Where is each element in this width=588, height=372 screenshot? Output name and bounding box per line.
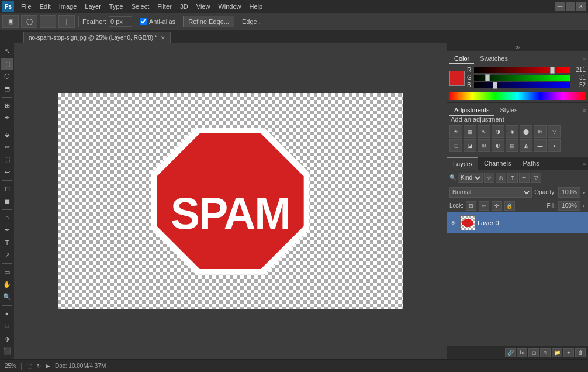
blend-mode-select[interactable]: Normal bbox=[449, 187, 532, 198]
pen-tool[interactable]: ✒ bbox=[1, 225, 13, 236]
marquee-rect-btn[interactable]: ▣ bbox=[2, 15, 19, 28]
menu-filter[interactable]: Filter bbox=[154, 2, 175, 11]
swatches-tab[interactable]: Swatches bbox=[475, 54, 513, 64]
anti-alias-checkbox[interactable] bbox=[140, 18, 147, 25]
opacity-expand[interactable]: ▸ bbox=[583, 190, 586, 195]
clone-tool[interactable]: ⬚ bbox=[1, 154, 13, 165]
adj-panel-menu[interactable]: ≡ bbox=[583, 108, 586, 113]
photo-filter-adj[interactable]: ◻ bbox=[449, 139, 462, 152]
layer-filter-1[interactable]: ☆ bbox=[484, 173, 494, 183]
layers-tab[interactable]: Layers bbox=[447, 157, 478, 170]
color-panel-menu[interactable]: ≡ bbox=[583, 56, 586, 62]
foreground-swatch[interactable] bbox=[449, 71, 465, 86]
menu-layer[interactable]: Layer bbox=[81, 2, 105, 11]
path-select-tool[interactable]: ↗ bbox=[1, 250, 13, 261]
selective-color-adj[interactable]: ⬧ bbox=[548, 139, 561, 152]
gradient-map-adj[interactable]: ▬ bbox=[534, 139, 547, 152]
adjustment-layer-btn[interactable]: ⊕ bbox=[540, 348, 551, 357]
curves-adj[interactable]: ∿ bbox=[478, 125, 490, 138]
lasso-tool[interactable]: ⬡ bbox=[1, 71, 13, 82]
gradient-tool[interactable]: ◼ bbox=[1, 195, 13, 206]
maximize-button[interactable]: □ bbox=[566, 2, 575, 11]
lock-position-btn[interactable]: ✛ bbox=[492, 201, 502, 211]
bg-color[interactable]: □ bbox=[1, 321, 13, 332]
refine-edge-button[interactable]: Refine Edge... bbox=[183, 16, 234, 27]
hsl-adj[interactable]: ⬤ bbox=[520, 125, 532, 138]
lock-all-btn[interactable]: 🔒 bbox=[504, 201, 515, 211]
quick-mask-btn[interactable]: ⬗ bbox=[1, 333, 13, 344]
marquee-tool[interactable]: ⬚ bbox=[1, 58, 13, 69]
menu-type[interactable]: Type bbox=[106, 2, 127, 11]
minimize-button[interactable]: — bbox=[555, 2, 565, 11]
menu-3d[interactable]: 3D bbox=[177, 2, 192, 11]
foreground-color[interactable]: ■ bbox=[1, 308, 13, 319]
opacity-input[interactable] bbox=[558, 187, 580, 198]
layer-filter-3[interactable]: T bbox=[507, 173, 518, 183]
invert-adj[interactable]: ◐ bbox=[492, 139, 504, 152]
history-brush-tool[interactable]: ↩ bbox=[1, 167, 13, 178]
adjustments-tab[interactable]: Adjustments bbox=[449, 105, 494, 116]
menu-window[interactable]: Window bbox=[215, 2, 244, 11]
menu-image[interactable]: Image bbox=[56, 2, 81, 11]
green-slider[interactable] bbox=[474, 75, 570, 81]
bw-adj[interactable]: ▽ bbox=[548, 125, 561, 138]
layers-panel-menu[interactable]: ≡ bbox=[583, 161, 586, 167]
new-group-btn[interactable]: 📁 bbox=[552, 348, 562, 357]
color-spectrum[interactable] bbox=[449, 92, 586, 100]
color-balance-adj[interactable]: ⊕ bbox=[534, 125, 547, 138]
layer-filter-2[interactable]: ◎ bbox=[496, 173, 506, 183]
exposure-adj[interactable]: ◑ bbox=[492, 125, 504, 138]
brightness-adj[interactable]: ☀ bbox=[449, 125, 462, 138]
marquee-single-row-btn[interactable]: — bbox=[40, 15, 56, 28]
layer-filter-5[interactable]: ▽ bbox=[531, 173, 541, 183]
dodge-tool[interactable]: ○ bbox=[1, 212, 13, 223]
menu-file[interactable]: File bbox=[18, 2, 35, 11]
menu-help[interactable]: Help bbox=[246, 2, 267, 11]
anti-alias-label[interactable]: Anti-alias bbox=[140, 18, 175, 25]
layer-filter-4[interactable]: ✒ bbox=[519, 173, 530, 183]
layer-link-btn[interactable]: 🔗 bbox=[505, 348, 516, 357]
blue-slider[interactable] bbox=[474, 82, 570, 88]
fill-expand[interactable]: ▸ bbox=[583, 203, 586, 209]
spot-heal-tool[interactable]: ⬙ bbox=[1, 129, 13, 140]
menu-edit[interactable]: Edit bbox=[36, 2, 54, 11]
layer-item[interactable]: 👁 Layer 0 bbox=[447, 212, 588, 233]
red-slider[interactable] bbox=[474, 67, 570, 73]
screen-mode-btn[interactable]: ⬛ bbox=[1, 346, 13, 357]
close-button[interactable]: ✕ bbox=[576, 2, 586, 11]
levels-adj[interactable]: ▦ bbox=[464, 125, 476, 138]
layers-kind-select[interactable]: Kind bbox=[458, 173, 483, 183]
hand-tool[interactable]: ✋ bbox=[1, 279, 13, 290]
shape-tool[interactable]: ▭ bbox=[1, 266, 13, 277]
eraser-tool[interactable]: ◻ bbox=[1, 183, 13, 194]
brush-tool[interactable]: ✏ bbox=[1, 142, 13, 153]
type-tool[interactable]: T bbox=[1, 237, 13, 249]
channels-tab[interactable]: Channels bbox=[478, 157, 517, 170]
posterize-adj[interactable]: ▤ bbox=[506, 139, 518, 152]
fill-input[interactable] bbox=[558, 201, 580, 211]
delete-layer-btn[interactable]: 🗑 bbox=[575, 348, 586, 357]
color-tab[interactable]: Color bbox=[449, 54, 474, 64]
lock-image-btn[interactable]: ✏ bbox=[479, 201, 489, 211]
zoom-tool[interactable]: 🔍 bbox=[1, 291, 13, 302]
eyedropper-tool[interactable]: ✒ bbox=[1, 112, 13, 123]
lock-transparent-btn[interactable]: ⊞ bbox=[466, 201, 476, 211]
color-lookup-adj[interactable]: ⊞ bbox=[478, 139, 490, 152]
marquee-ellipse-btn[interactable]: ◯ bbox=[21, 15, 37, 28]
layer-visibility-btn[interactable]: 👁 bbox=[449, 219, 458, 227]
channel-mix-adj[interactable]: ◪ bbox=[464, 139, 476, 152]
quick-select-tool[interactable]: ⬒ bbox=[1, 83, 13, 94]
feather-input[interactable] bbox=[109, 16, 132, 27]
menu-select[interactable]: Select bbox=[128, 2, 153, 11]
layer-effect-btn[interactable]: fx bbox=[517, 348, 527, 357]
crop-tool[interactable]: ⊞ bbox=[1, 100, 13, 111]
panel-collapse-btn[interactable]: ≫ bbox=[447, 43, 588, 51]
styles-tab[interactable]: Styles bbox=[496, 105, 523, 116]
new-layer-btn[interactable]: + bbox=[563, 348, 574, 357]
threshold-adj[interactable]: ◭ bbox=[520, 139, 532, 152]
tab-close-icon[interactable]: ✕ bbox=[161, 35, 165, 41]
vibrance-adj[interactable]: ◈ bbox=[506, 125, 518, 138]
layer-mask-btn[interactable]: ◻ bbox=[528, 348, 539, 357]
paths-tab[interactable]: Paths bbox=[517, 157, 545, 170]
marquee-single-col-btn[interactable]: | bbox=[58, 15, 75, 28]
